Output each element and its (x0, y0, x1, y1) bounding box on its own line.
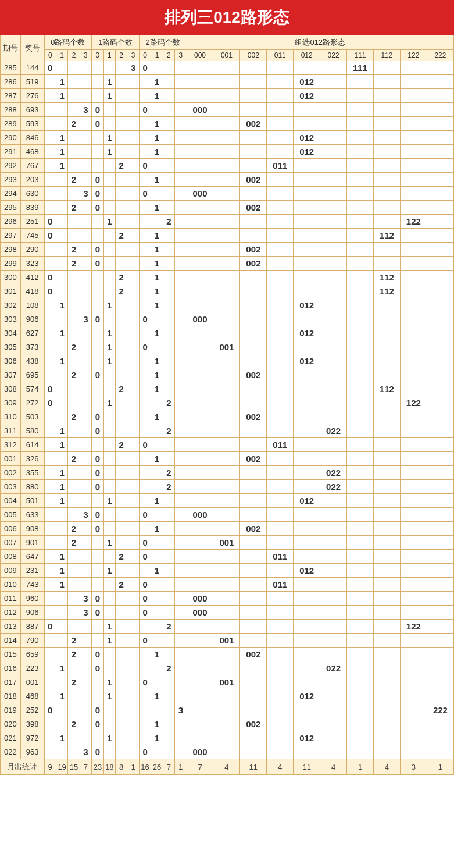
cell-pattern (400, 312, 427, 326)
cell-pattern (267, 117, 294, 131)
cell-pattern (213, 145, 240, 159)
cell-pattern (347, 201, 374, 215)
cell-count: 1 (151, 564, 163, 578)
header-group1: 1路码个数 (92, 35, 140, 50)
cell-pattern (294, 536, 320, 550)
cell-count (56, 382, 67, 396)
cell-pattern (187, 284, 213, 298)
cell-prize: 223 (20, 661, 44, 675)
cell-pattern (187, 438, 213, 452)
cell-pattern (347, 508, 374, 522)
cell-count (68, 131, 80, 145)
cell-pattern (320, 452, 347, 466)
cell-count (80, 382, 91, 396)
cell-count (80, 424, 91, 438)
cell-count (44, 564, 56, 578)
cell-count (127, 466, 139, 480)
table-row: 018468111012 (1, 689, 454, 703)
cell-pattern (240, 592, 267, 606)
cell-period: 009 (1, 564, 21, 578)
cell-count (163, 368, 174, 382)
cell-count: 0 (92, 368, 103, 382)
cell-count (56, 396, 67, 410)
cell-count: 3 (80, 606, 91, 620)
cell-count (175, 620, 187, 634)
cell-pattern (400, 271, 427, 284)
cell-pattern (294, 648, 320, 661)
cell-pattern (320, 61, 347, 75)
cell-period: 287 (1, 89, 21, 103)
cell-count: 2 (68, 410, 80, 424)
cell-count (163, 201, 174, 215)
cell-count (116, 745, 127, 759)
footer-row: 月出统计919157231881162671741141141431 (1, 759, 454, 775)
cell-count: 1 (56, 326, 67, 340)
cell-pattern (267, 368, 294, 382)
cell-pattern: 002 (240, 201, 267, 215)
cell-pattern (427, 340, 453, 354)
cell-pattern (187, 731, 213, 745)
cell-count (116, 75, 127, 89)
cell-pattern (347, 424, 374, 438)
header-prize: 奖号 (20, 35, 44, 61)
cell-period: 304 (1, 326, 21, 340)
cell-period: 301 (1, 284, 21, 298)
cell-count (163, 326, 174, 340)
cell-pattern (373, 731, 400, 745)
cell-pattern (347, 717, 374, 731)
header-pattern-col: 001 (213, 50, 240, 61)
cell-count: 0 (92, 452, 103, 466)
cell-prize: 519 (20, 75, 44, 89)
cell-pattern (400, 578, 427, 592)
cell-pattern (240, 703, 267, 717)
cell-count (68, 508, 80, 522)
cell-count: 1 (151, 689, 163, 703)
cell-count (163, 284, 174, 298)
cell-count (92, 731, 103, 745)
cell-pattern (320, 564, 347, 578)
cell-pattern (320, 536, 347, 550)
cell-pattern (267, 298, 294, 312)
cell-pattern (213, 494, 240, 508)
cell-pattern: 122 (400, 215, 427, 229)
cell-count (103, 410, 115, 424)
cell-count (44, 480, 56, 494)
cell-prize: 960 (20, 592, 44, 606)
cell-count (127, 340, 139, 354)
cell-count (103, 522, 115, 536)
cell-count: 0 (92, 648, 103, 661)
cell-pattern (320, 745, 347, 759)
cell-prize: 412 (20, 271, 44, 284)
cell-count (68, 75, 80, 89)
cell-pattern (320, 675, 347, 689)
cell-count (80, 522, 91, 536)
cell-count (56, 745, 67, 759)
cell-count (56, 229, 67, 243)
cell-pattern (427, 382, 453, 396)
table-row: 307695201002 (1, 368, 454, 382)
cell-prize: 355 (20, 466, 44, 480)
cell-count (56, 508, 67, 522)
cell-pattern (427, 689, 453, 703)
cell-count (68, 703, 80, 717)
table-row: 296251012122 (1, 215, 454, 229)
cell-pattern (320, 606, 347, 620)
cell-pattern: 000 (187, 592, 213, 606)
cell-pattern (187, 396, 213, 410)
cell-count (127, 271, 139, 284)
cell-pattern (240, 312, 267, 326)
cell-pattern (294, 117, 320, 131)
cell-count: 1 (151, 410, 163, 424)
cell-count: 0 (92, 117, 103, 131)
cell-pattern: 011 (267, 550, 294, 564)
cell-count (175, 354, 187, 368)
cell-count (163, 173, 174, 187)
cell-pattern (347, 634, 374, 648)
cell-pattern (267, 382, 294, 396)
cell-count (163, 229, 174, 243)
cell-pattern (240, 215, 267, 229)
header-count: 0 (44, 50, 56, 61)
cell-pattern (373, 424, 400, 438)
cell-count (163, 564, 174, 578)
cell-count (139, 689, 151, 703)
